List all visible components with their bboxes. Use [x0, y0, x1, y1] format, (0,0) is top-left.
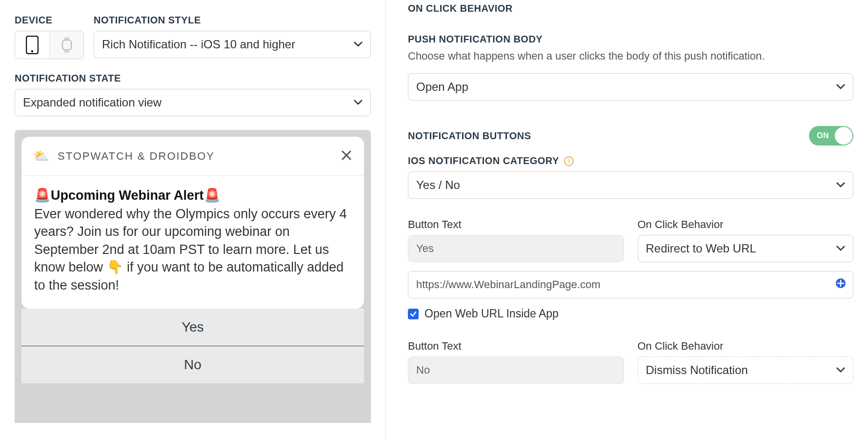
- notification-buttons-toggle[interactable]: ON: [809, 126, 853, 146]
- button1-text-label: Button Text: [408, 218, 624, 231]
- toggle-knob: [835, 127, 852, 145]
- notification-style-value: Rich Notification -- iOS 10 and higher: [102, 38, 295, 51]
- state-group: NOTIFICATION STATE Expanded notification…: [15, 73, 371, 116]
- chevron-down-icon: [354, 42, 363, 47]
- open-inside-app-label: Open Web URL Inside App: [424, 307, 559, 320]
- chevron-down-icon: [354, 100, 363, 105]
- button2-text-label: Button Text: [408, 340, 624, 353]
- ios-category-select[interactable]: Yes / No: [408, 171, 853, 199]
- check-icon: [410, 311, 417, 317]
- push-body-action-value: Open App: [416, 80, 468, 94]
- svg-rect-4: [64, 50, 69, 53]
- notification-style-select[interactable]: Rich Notification -- iOS 10 and higher: [94, 31, 371, 58]
- push-body-help: Choose what happens when a user clicks t…: [408, 50, 853, 63]
- chevron-down-icon: [836, 182, 845, 188]
- button1-behavior-select[interactable]: Redirect to Web URL: [638, 235, 854, 262]
- push-body-label: PUSH NOTIFICATION BODY: [408, 34, 853, 45]
- button1-text-input: Yes: [408, 235, 624, 262]
- preview-pane: DEVICE NOTIFICATION STYLE Rich Notificat…: [0, 0, 385, 440]
- notification-state-select[interactable]: Expanded notification view: [15, 89, 371, 116]
- settings-pane: ON CLICK BEHAVIOR PUSH NOTIFICATION BODY…: [386, 0, 868, 440]
- notification-buttons-row: NOTIFICATION BUTTONS ON: [408, 126, 853, 146]
- toggle-on-label: ON: [810, 131, 834, 140]
- notification-buttons-label: NOTIFICATION BUTTONS: [408, 130, 531, 142]
- button2-text-value: No: [416, 364, 430, 377]
- device-group: DEVICE: [15, 15, 84, 59]
- preview-body: 🚨Upcoming Webinar Alert🚨 Ever wondered w…: [21, 176, 364, 309]
- app-icon: ⛅: [33, 148, 49, 164]
- add-variable-button[interactable]: [835, 278, 846, 292]
- chevron-down-icon: [836, 367, 845, 373]
- phone-icon: [26, 36, 39, 54]
- button2-behavior-select[interactable]: Dismiss Notification: [638, 356, 854, 384]
- button2-row: Button Text No On Click Behavior Dismiss…: [408, 340, 853, 384]
- device-toggle: [15, 31, 84, 59]
- button1-behavior-value: Redirect to Web URL: [646, 242, 756, 255]
- preview-header: ⛅ STOPWATCH & DROIDBOY: [21, 137, 364, 176]
- push-body-action-select[interactable]: Open App: [408, 73, 853, 101]
- notification-style-label: NOTIFICATION STYLE: [94, 15, 371, 26]
- svg-point-1: [31, 50, 33, 52]
- style-group: NOTIFICATION STYLE Rich Notification -- …: [94, 15, 371, 58]
- open-inside-app-checkbox[interactable]: [408, 309, 419, 319]
- svg-rect-2: [62, 40, 71, 50]
- preview-text: Ever wondered why the Olympics only occu…: [34, 205, 351, 294]
- preview-card: ⛅ STOPWATCH & DROIDBOY 🚨Upcoming Webinar…: [21, 137, 364, 309]
- button1-row: Button Text Yes On Click Behavior Redire…: [408, 218, 853, 262]
- device-label: DEVICE: [15, 15, 84, 26]
- preview-action-no[interactable]: No: [21, 346, 364, 383]
- app-name: STOPWATCH & DROIDBOY: [58, 150, 332, 163]
- preview-action-yes[interactable]: Yes: [21, 309, 364, 346]
- chevron-down-icon: [836, 84, 845, 90]
- button1-url-value: https://www.WebinarLandingPage.com: [416, 278, 600, 291]
- device-watch-button[interactable]: [49, 31, 83, 59]
- preview-title: 🚨Upcoming Webinar Alert🚨: [34, 188, 351, 203]
- button2-behavior-label: On Click Behavior: [638, 340, 854, 353]
- button1-url-input[interactable]: https://www.WebinarLandingPage.com: [408, 271, 853, 298]
- notification-preview: ⛅ STOPWATCH & DROIDBOY 🚨Upcoming Webinar…: [15, 130, 371, 423]
- button1-text-value: Yes: [416, 242, 434, 255]
- svg-rect-3: [64, 37, 69, 40]
- chevron-down-icon: [836, 246, 845, 251]
- device-phone-button[interactable]: [15, 31, 49, 59]
- button2-text-input: No: [408, 356, 624, 384]
- ios-category-value: Yes / No: [416, 178, 460, 192]
- ios-category-label: IOS NOTIFICATION CATEGORY: [408, 155, 559, 166]
- button2-behavior-value: Dismiss Notification: [646, 363, 748, 377]
- on-click-behavior-header: ON CLICK BEHAVIOR: [408, 3, 853, 14]
- notification-state-label: NOTIFICATION STATE: [15, 73, 371, 84]
- open-inside-app-row: Open Web URL Inside App: [408, 307, 853, 320]
- preview-actions: Yes No: [21, 309, 364, 383]
- notification-state-value: Expanded notification view: [23, 96, 161, 109]
- button1-behavior-label: On Click Behavior: [638, 218, 854, 231]
- info-icon[interactable]: !: [564, 156, 574, 166]
- watch-icon: [61, 37, 73, 53]
- close-icon[interactable]: [341, 149, 352, 163]
